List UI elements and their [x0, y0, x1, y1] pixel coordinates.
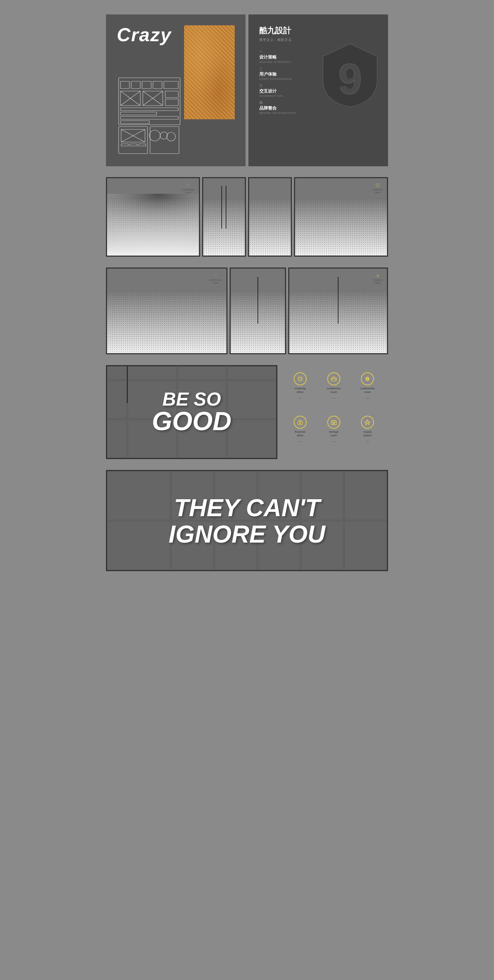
- creativity-office-label-2: ⍟ creativityoffice: [373, 273, 382, 285]
- svg-rect-2: [131, 81, 140, 89]
- supply-station-label: supplystation: [363, 430, 372, 438]
- financial-office-label: financialoffice: [295, 430, 305, 438]
- svg-line-40: [298, 380, 299, 381]
- poster-creativity-office-1: ⬡ creativityoffice: [294, 177, 388, 257]
- svg-marker-56: [365, 420, 370, 425]
- multimedia-room-dash: —: [366, 396, 369, 400]
- be-so-good-section: BE SO GOOD: [106, 365, 388, 459]
- svg-point-42: [331, 378, 332, 380]
- cork-board: [184, 25, 235, 119]
- halftone-row-1: 👁 multimediaroom: [106, 177, 388, 257]
- creativity-office-text-2: creativityoffice: [373, 279, 382, 285]
- svg-rect-51: [333, 423, 335, 424]
- svg-line-39: [301, 377, 302, 378]
- svg-rect-24: [130, 144, 137, 146]
- room-icon-multimedia: multimediaroom —: [354, 372, 381, 409]
- storage-room-icon: [327, 416, 340, 429]
- svg-rect-16: [120, 116, 178, 119]
- svg-rect-13: [165, 99, 178, 105]
- svg-text:9: 9: [338, 55, 362, 103]
- svg-rect-19: [150, 127, 179, 154]
- be-so-good-line2: GOOD: [152, 406, 231, 436]
- svg-point-28: [167, 132, 175, 141]
- svg-rect-15: [120, 112, 156, 115]
- supply-station-icon: [361, 416, 374, 429]
- svg-rect-17: [120, 121, 149, 124]
- svg-point-45: [367, 378, 368, 380]
- wireframe-ui: [117, 76, 182, 156]
- top-panels: Crazy: [106, 14, 388, 166]
- svg-point-32: [299, 377, 301, 380]
- room-icon-creativity: creativityoffice —: [287, 372, 313, 409]
- panel-crazy: Crazy: [106, 14, 245, 166]
- svg-rect-0: [119, 78, 180, 125]
- svg-point-43: [335, 378, 337, 380]
- creativity-office-text-1: creativityoffice: [373, 188, 382, 194]
- svg-point-41: [333, 377, 335, 379]
- svg-point-48: [300, 423, 301, 424]
- storage-room-label: storageroom: [329, 430, 339, 438]
- storage-room-dash: —: [332, 439, 336, 443]
- svg-point-27: [160, 132, 167, 139]
- conference-room-text: conferenceroom: [209, 279, 222, 285]
- creativity-icon-2: ⍟: [376, 273, 379, 278]
- creativity-office-label-1: ⬡ creativityoffice: [373, 183, 382, 194]
- crazy-text: Crazy: [117, 25, 172, 44]
- conference-icon: ⌂: [214, 273, 217, 278]
- svg-rect-12: [165, 91, 178, 98]
- poster-narrow-plain-1: [248, 177, 292, 257]
- creativity-office-room-label: creativityoffice: [294, 387, 306, 395]
- room-icons-panel: creativityoffice — conferenceroom —: [280, 365, 388, 459]
- ku9-title: 酷九設計: [259, 25, 377, 36]
- supply-station-dash: —: [366, 439, 369, 443]
- poster-multimedia-room: 👁 multimediaroom: [106, 177, 200, 257]
- conference-room-label-icon: conferenceroom: [327, 387, 341, 395]
- svg-rect-25: [139, 144, 146, 146]
- svg-rect-5: [164, 81, 178, 89]
- multimedia-icon: 👁: [186, 183, 191, 188]
- creativity-icon-1: ⬡: [376, 183, 379, 188]
- room-icon-financial: financialoffice —: [287, 416, 313, 452]
- svg-rect-4: [153, 81, 162, 89]
- multimedia-room-label: 👁 multimediaroom: [182, 183, 194, 194]
- ku9-shield-logo: 9 9: [319, 40, 381, 110]
- room-icon-conference: conferenceroom —: [320, 372, 347, 409]
- conference-room-icon: [327, 372, 340, 385]
- svg-rect-14: [120, 108, 178, 111]
- svg-rect-3: [142, 81, 151, 89]
- conference-room-label: ⌂ conferenceroom: [209, 273, 222, 285]
- page-wrapper: Crazy: [106, 14, 388, 571]
- multimedia-room-icon: [361, 372, 374, 385]
- poster-conference-room: ⌂ conferenceroom: [106, 267, 228, 354]
- conference-room-dash: —: [332, 396, 336, 400]
- creativity-office-dash: —: [298, 396, 302, 400]
- svg-point-26: [149, 130, 160, 141]
- ignore-line1: THEY CAN'T: [169, 493, 325, 522]
- panel-ku9: 酷九設計 美学之上，精匠主义 一 设计策略 DESIGN STRATEGY 二 …: [249, 14, 388, 166]
- halftone-row-2: ⌂ conferenceroom ⍟ creat: [106, 267, 388, 354]
- they-cant-ignore-you-poster: THEY CAN'T IGNORE YOU: [106, 470, 388, 571]
- multimedia-room-text: multimediaroom: [182, 188, 194, 194]
- svg-rect-23: [121, 144, 128, 146]
- financial-office-dash: —: [298, 439, 302, 443]
- be-so-good-card: BE SO GOOD: [106, 365, 277, 459]
- room-icon-supply: supplystation —: [354, 416, 381, 452]
- creativity-office-icon: [294, 372, 307, 385]
- svg-rect-1: [120, 81, 129, 89]
- svg-line-38: [301, 380, 302, 381]
- svg-line-37: [298, 377, 299, 378]
- financial-office-icon: [294, 416, 307, 429]
- poster-narrow-lines-2: [229, 267, 286, 354]
- multimedia-room-label-icon: multimediaroom: [360, 387, 374, 395]
- ignore-line2: IGNORE YOU: [169, 520, 325, 548]
- poster-narrow-lines-1: [202, 177, 246, 257]
- room-icon-storage: storageroom —: [320, 416, 347, 452]
- poster-creativity-office-2: ⍟ creativityoffice: [288, 267, 388, 354]
